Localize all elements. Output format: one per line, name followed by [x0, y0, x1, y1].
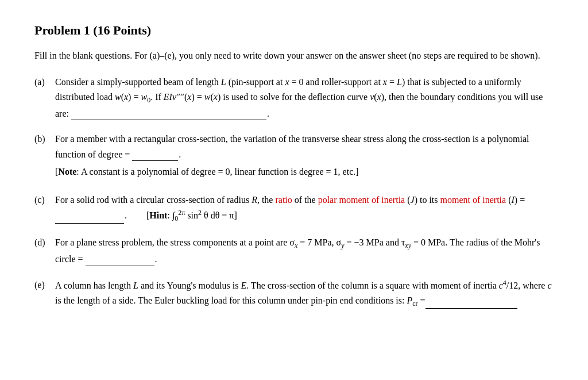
- part-e: (e) A column has length L and its Young'…: [34, 278, 554, 310]
- moment-inertia-text: moment of inertia: [440, 195, 506, 205]
- part-c: (c) For a solid rod with a circular cros…: [34, 193, 554, 225]
- part-a-blank[interactable]: [71, 120, 266, 120]
- part-e-blank[interactable]: [425, 308, 517, 309]
- part-c-blank[interactable]: [55, 223, 124, 224]
- intro-text: Fill in the blank questions. For (a)–(e)…: [34, 48, 554, 63]
- part-d-label: (d): [34, 235, 55, 267]
- part-b-blank[interactable]: [132, 160, 178, 161]
- part-e-label: (e): [34, 278, 55, 310]
- part-a-label: (a): [34, 75, 55, 122]
- part-d: (d) For a plane stress problem, the stre…: [34, 235, 554, 267]
- problem-title: Problem 1 (16 Points): [34, 23, 554, 38]
- part-b: (b) For a member with a rectangular cros…: [34, 132, 554, 182]
- polar-moment-text: polar moment of inertia: [318, 195, 405, 205]
- part-b-content: For a member with a rectangular cross-se…: [55, 132, 554, 182]
- part-b-label: (b): [34, 132, 55, 182]
- part-c-label: (c): [34, 193, 55, 225]
- part-e-content: A column has length L and its Young's mo…: [55, 278, 554, 310]
- part-c-hint: [Hint: ∫02π sin2 θ dθ = π]: [146, 210, 237, 220]
- part-d-content: For a plane stress problem, the stress c…: [55, 235, 554, 267]
- part-a-content: Consider a simply-supported beam of leng…: [55, 75, 554, 122]
- ratio-text: ratio: [275, 195, 292, 205]
- part-d-blank[interactable]: [86, 266, 154, 266]
- part-a: (a) Consider a simply-supported beam of …: [34, 75, 554, 122]
- part-c-content: For a solid rod with a circular cross-se…: [55, 193, 554, 225]
